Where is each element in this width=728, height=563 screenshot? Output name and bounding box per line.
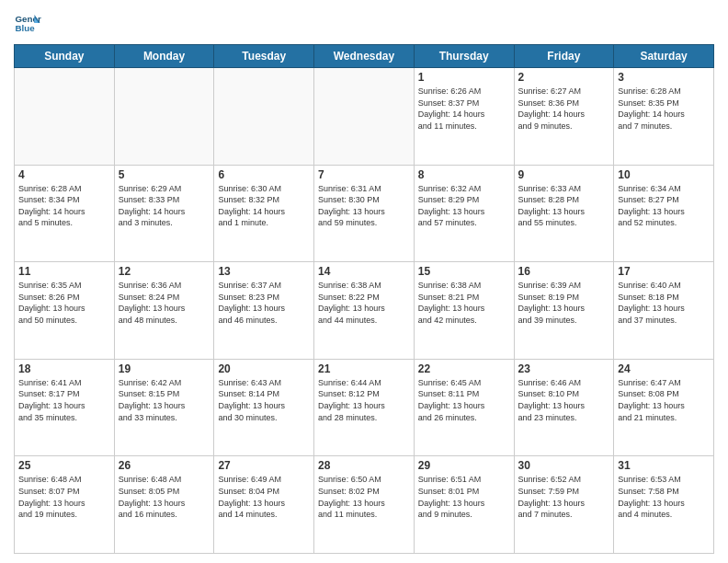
day-info: Sunrise: 6:28 AM Sunset: 8:34 PM Dayligh… [18, 183, 110, 229]
calendar-cell: 25Sunrise: 6:48 AM Sunset: 8:07 PM Dayli… [15, 456, 115, 554]
day-number: 18 [18, 362, 110, 375]
day-info: Sunrise: 6:37 AM Sunset: 8:23 PM Dayligh… [218, 280, 310, 326]
week-row-3: 11Sunrise: 6:35 AM Sunset: 8:26 PM Dayli… [15, 262, 714, 360]
day-info: Sunrise: 6:26 AM Sunset: 8:37 PM Dayligh… [418, 86, 510, 132]
calendar-cell: 26Sunrise: 6:48 AM Sunset: 8:05 PM Dayli… [114, 456, 214, 554]
day-number: 29 [418, 459, 510, 472]
day-info: Sunrise: 6:27 AM Sunset: 8:36 PM Dayligh… [518, 86, 610, 132]
day-info: Sunrise: 6:45 AM Sunset: 8:11 PM Dayligh… [418, 377, 510, 423]
weekday-header-friday: Friday [514, 45, 614, 68]
week-row-4: 18Sunrise: 6:41 AM Sunset: 8:17 PM Dayli… [15, 359, 714, 456]
day-number: 13 [218, 265, 310, 278]
calendar-cell: 30Sunrise: 6:52 AM Sunset: 7:59 PM Dayli… [514, 456, 614, 554]
weekday-header-row: SundayMondayTuesdayWednesdayThursdayFrid… [15, 45, 714, 68]
calendar-cell: 17Sunrise: 6:40 AM Sunset: 8:18 PM Dayli… [614, 262, 714, 360]
day-number: 1 [418, 71, 510, 84]
calendar-cell: 13Sunrise: 6:37 AM Sunset: 8:23 PM Dayli… [214, 262, 314, 360]
day-info: Sunrise: 6:50 AM Sunset: 8:02 PM Dayligh… [318, 474, 410, 520]
weekday-header-thursday: Thursday [414, 45, 514, 68]
day-number: 5 [119, 168, 210, 181]
day-info: Sunrise: 6:41 AM Sunset: 8:17 PM Dayligh… [18, 377, 110, 423]
day-number: 3 [618, 71, 710, 84]
day-info: Sunrise: 6:53 AM Sunset: 7:58 PM Dayligh… [618, 474, 710, 520]
day-info: Sunrise: 6:49 AM Sunset: 8:04 PM Dayligh… [218, 474, 310, 520]
day-number: 4 [18, 168, 110, 181]
calendar-cell: 18Sunrise: 6:41 AM Sunset: 8:17 PM Dayli… [15, 359, 115, 456]
calendar-cell: 22Sunrise: 6:45 AM Sunset: 8:11 PM Dayli… [414, 359, 514, 456]
calendar-cell [214, 68, 314, 166]
day-number: 26 [119, 459, 210, 472]
day-info: Sunrise: 6:48 AM Sunset: 8:05 PM Dayligh… [119, 474, 210, 520]
day-info: Sunrise: 6:48 AM Sunset: 8:07 PM Dayligh… [18, 474, 110, 520]
day-info: Sunrise: 6:28 AM Sunset: 8:35 PM Dayligh… [618, 86, 710, 132]
calendar-page: General Blue SundayMondayTuesdayWednesda… [0, 0, 728, 563]
day-number: 30 [518, 459, 610, 472]
day-number: 9 [518, 168, 610, 181]
calendar-cell: 5Sunrise: 6:29 AM Sunset: 8:33 PM Daylig… [114, 165, 214, 262]
calendar-cell: 2Sunrise: 6:27 AM Sunset: 8:36 PM Daylig… [514, 68, 614, 166]
day-number: 2 [518, 71, 610, 84]
page-header: General Blue [14, 9, 714, 37]
calendar-cell: 27Sunrise: 6:49 AM Sunset: 8:04 PM Dayli… [214, 456, 314, 554]
calendar-cell: 1Sunrise: 6:26 AM Sunset: 8:37 PM Daylig… [414, 68, 514, 166]
calendar-cell: 11Sunrise: 6:35 AM Sunset: 8:26 PM Dayli… [15, 262, 115, 360]
weekday-header-sunday: Sunday [15, 45, 115, 68]
day-number: 19 [119, 362, 210, 375]
calendar-cell: 23Sunrise: 6:46 AM Sunset: 8:10 PM Dayli… [514, 359, 614, 456]
day-number: 17 [618, 265, 710, 278]
day-number: 16 [518, 265, 610, 278]
day-number: 10 [618, 168, 710, 181]
day-info: Sunrise: 6:52 AM Sunset: 7:59 PM Dayligh… [518, 474, 610, 520]
calendar-cell [15, 68, 115, 166]
calendar-cell: 12Sunrise: 6:36 AM Sunset: 8:24 PM Dayli… [114, 262, 214, 360]
calendar-cell: 7Sunrise: 6:31 AM Sunset: 8:30 PM Daylig… [314, 165, 415, 262]
day-info: Sunrise: 6:47 AM Sunset: 8:08 PM Dayligh… [618, 377, 710, 423]
day-number: 21 [318, 362, 410, 375]
logo: General Blue [14, 9, 41, 37]
day-info: Sunrise: 6:46 AM Sunset: 8:10 PM Dayligh… [518, 377, 610, 423]
week-row-1: 1Sunrise: 6:26 AM Sunset: 8:37 PM Daylig… [15, 68, 714, 166]
day-info: Sunrise: 6:31 AM Sunset: 8:30 PM Dayligh… [318, 183, 410, 229]
day-info: Sunrise: 6:34 AM Sunset: 8:27 PM Dayligh… [618, 183, 710, 229]
calendar-cell: 31Sunrise: 6:53 AM Sunset: 7:58 PM Dayli… [614, 456, 714, 554]
calendar-cell: 16Sunrise: 6:39 AM Sunset: 8:19 PM Dayli… [514, 262, 614, 360]
calendar-cell: 4Sunrise: 6:28 AM Sunset: 8:34 PM Daylig… [15, 165, 115, 262]
calendar-cell: 24Sunrise: 6:47 AM Sunset: 8:08 PM Dayli… [614, 359, 714, 456]
calendar-cell: 10Sunrise: 6:34 AM Sunset: 8:27 PM Dayli… [614, 165, 714, 262]
day-info: Sunrise: 6:33 AM Sunset: 8:28 PM Dayligh… [518, 183, 610, 229]
day-number: 22 [418, 362, 510, 375]
calendar-cell: 21Sunrise: 6:44 AM Sunset: 8:12 PM Dayli… [314, 359, 415, 456]
day-number: 23 [518, 362, 610, 375]
weekday-header-wednesday: Wednesday [314, 45, 415, 68]
day-info: Sunrise: 6:38 AM Sunset: 8:21 PM Dayligh… [418, 280, 510, 326]
weekday-header-tuesday: Tuesday [214, 45, 314, 68]
weekday-header-saturday: Saturday [614, 45, 714, 68]
day-number: 24 [618, 362, 710, 375]
day-info: Sunrise: 6:39 AM Sunset: 8:19 PM Dayligh… [518, 280, 610, 326]
calendar-cell: 20Sunrise: 6:43 AM Sunset: 8:14 PM Dayli… [214, 359, 314, 456]
calendar-cell: 6Sunrise: 6:30 AM Sunset: 8:32 PM Daylig… [214, 165, 314, 262]
calendar-cell: 19Sunrise: 6:42 AM Sunset: 8:15 PM Dayli… [114, 359, 214, 456]
day-info: Sunrise: 6:51 AM Sunset: 8:01 PM Dayligh… [418, 474, 510, 520]
day-number: 31 [618, 459, 710, 472]
day-info: Sunrise: 6:30 AM Sunset: 8:32 PM Dayligh… [218, 183, 310, 229]
day-number: 11 [18, 265, 110, 278]
calendar-cell [314, 68, 415, 166]
logo-icon: General Blue [14, 9, 41, 37]
day-number: 25 [18, 459, 110, 472]
svg-text:Blue: Blue [16, 23, 36, 33]
day-number: 15 [418, 265, 510, 278]
day-info: Sunrise: 6:29 AM Sunset: 8:33 PM Dayligh… [119, 183, 210, 229]
calendar-table: SundayMondayTuesdayWednesdayThursdayFrid… [14, 44, 714, 554]
day-number: 14 [318, 265, 410, 278]
day-info: Sunrise: 6:43 AM Sunset: 8:14 PM Dayligh… [218, 377, 310, 423]
calendar-cell: 9Sunrise: 6:33 AM Sunset: 8:28 PM Daylig… [514, 165, 614, 262]
calendar-cell: 3Sunrise: 6:28 AM Sunset: 8:35 PM Daylig… [614, 68, 714, 166]
calendar-cell: 29Sunrise: 6:51 AM Sunset: 8:01 PM Dayli… [414, 456, 514, 554]
day-number: 7 [318, 168, 410, 181]
day-info: Sunrise: 6:35 AM Sunset: 8:26 PM Dayligh… [18, 280, 110, 326]
day-number: 12 [119, 265, 210, 278]
week-row-5: 25Sunrise: 6:48 AM Sunset: 8:07 PM Dayli… [15, 456, 714, 554]
calendar-cell: 14Sunrise: 6:38 AM Sunset: 8:22 PM Dayli… [314, 262, 415, 360]
day-number: 20 [218, 362, 310, 375]
